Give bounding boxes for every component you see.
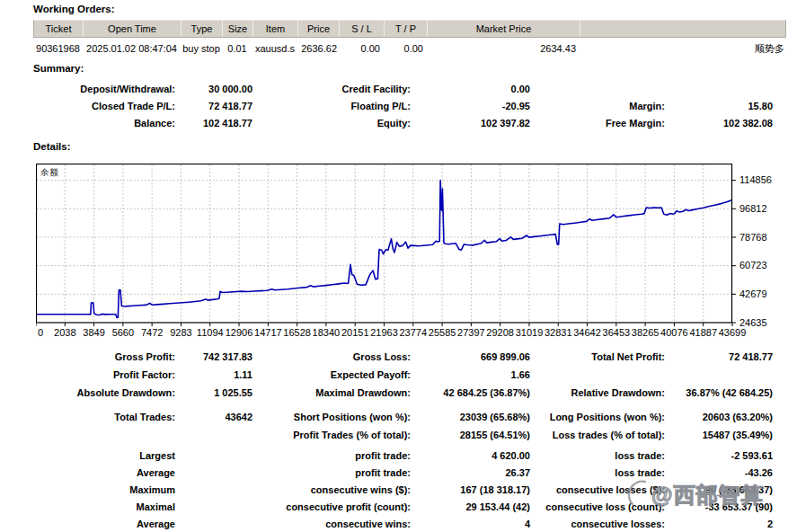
y-tick-label: 60723	[739, 260, 767, 270]
stat-value: 102 418.77	[175, 118, 252, 129]
stat-row: Closed Trade P/L:72 418.77Floating P/L:-…	[0, 97, 775, 114]
stat-value: 0.00	[411, 84, 530, 94]
y-tick-label: 24635	[739, 317, 767, 328]
x-tick-label: 20151	[341, 327, 369, 338]
stat-value: 29 153.44 (42)	[411, 501, 530, 512]
col-header-size: Size	[223, 21, 253, 37]
stat-value: 102 382.08	[665, 118, 773, 129]
x-tick-label: 32831	[545, 327, 572, 338]
x-tick-label: 25585	[429, 327, 456, 338]
stat-row: Averageconsecutive wins:4consecutive los…	[0, 515, 775, 532]
summary-title: Summary:	[33, 63, 84, 74]
x-tick-label: 3849	[83, 327, 104, 338]
y-tick-label: 78768	[739, 232, 767, 243]
stat-row: Balance:102 418.77Equity:102 397.82Free …	[0, 114, 775, 131]
stat-label: Equity:	[252, 118, 411, 129]
stat-row: Absolute Drawdown:1 025.55Maximal Drawdo…	[0, 384, 775, 402]
x-tick-label: 18340	[313, 327, 341, 338]
x-tick-label: 9283	[170, 327, 191, 338]
stat-value: 20603 (63.20%)	[665, 412, 773, 422]
stat-value: 72 418.77	[175, 101, 252, 111]
stat-label: consecutive profit (count):	[252, 501, 411, 512]
stat-label: loss trade:	[530, 450, 665, 461]
stat-value: 167 (18 318.17)	[411, 484, 530, 495]
order-ticket: 90361968	[33, 43, 83, 54]
stat-label: Profit Trades (% of total):	[252, 430, 411, 440]
stat-row: Maximumconsecutive wins ($):167 (18 318.…	[0, 481, 775, 498]
col-header-tp: T / P	[385, 21, 428, 37]
stats-grid: Gross Profit:742 317.83Gross Loss:669 89…	[0, 348, 775, 532]
stat-label: Gross Loss:	[252, 351, 411, 362]
col-header-price: Price	[298, 21, 340, 37]
col-header-item: Item	[253, 21, 298, 37]
stat-row: Profit Trades (% of total):28155 (64.51%…	[0, 426, 775, 444]
chart-series-label: 余额	[40, 167, 58, 179]
col-header-ticket: Ticket	[34, 21, 84, 37]
stat-label: consecutive losses:	[530, 519, 665, 529]
x-tick-label: 14717	[254, 327, 282, 338]
x-tick-label: 23774	[399, 327, 427, 338]
col-header-blank	[580, 21, 785, 37]
order-market-price: 2634.43	[427, 43, 580, 54]
order-open-time: 2025.01.02 08:47:04	[83, 43, 181, 54]
order-type: buy stop	[181, 43, 222, 54]
stat-value: 1.11	[175, 369, 252, 380]
stat-label: Maximum	[0, 484, 175, 495]
y-tick-label: 114856	[739, 174, 772, 185]
stat-value: -33 653.37 (90)	[665, 501, 773, 512]
stat-value: 742 317.83	[175, 351, 252, 362]
stat-value: 15487 (35.49%)	[665, 430, 773, 440]
balance-chart-canvas	[36, 164, 737, 327]
stat-value: 26.37	[411, 467, 530, 478]
stat-label: Maximal	[0, 501, 175, 512]
stat-label: Average	[0, 467, 175, 478]
stat-row: Total Trades:43642Short Positions (won %…	[0, 408, 775, 426]
x-tick-label: 0	[38, 327, 43, 338]
mt4-account-statement: Working Orders: Ticket Open Time Type Si…	[0, 0, 788, 532]
x-tick-label: 31019	[516, 327, 544, 338]
x-tick-label: 5660	[112, 327, 134, 338]
stat-label: Margin:	[530, 101, 665, 111]
stat-label: Total Net Profit:	[530, 351, 665, 362]
stat-label: Gross Profit:	[0, 351, 175, 362]
stat-row: Deposit/Withdrawal:30 000.00Credit Facil…	[0, 80, 775, 97]
stat-value: 2	[665, 519, 773, 529]
details-title: Details:	[33, 141, 71, 152]
order-size: 0.01	[222, 43, 252, 54]
stat-row: Gross Profit:742 317.83Gross Loss:669 89…	[0, 348, 775, 366]
stat-label: loss trade:	[530, 467, 665, 478]
stat-label: Credit Facility:	[252, 84, 411, 94]
order-sl: 0.00	[339, 43, 384, 54]
stat-row: Maximalconsecutive profit (count):29 153…	[0, 498, 775, 515]
x-tick-label: 36453	[603, 327, 631, 338]
stat-value: 4	[411, 519, 530, 529]
x-tick-label: 29208	[486, 327, 514, 338]
stat-value: 669 899.06	[411, 351, 530, 362]
order-item: xauusd.s	[252, 43, 297, 54]
stat-label: Loss trades (% of total):	[530, 430, 665, 440]
stat-label: Total Trades:	[0, 412, 175, 422]
stat-label: Closed Trade P/L:	[0, 101, 175, 111]
y-tick-label: 42679	[739, 288, 767, 299]
x-tick-label: 38265	[632, 327, 660, 338]
stat-label: Largest	[0, 450, 175, 461]
stat-label: Deposit/Withdrawal:	[0, 84, 175, 94]
stat-label: consecutive loss (count):	[530, 501, 665, 512]
stat-label: consecutive wins ($):	[252, 484, 411, 495]
stat-value: 15.80	[665, 101, 773, 111]
x-tick-label: 43699	[719, 327, 747, 338]
stat-value: 90 (-33 653.37)	[665, 484, 773, 495]
x-tick-label: 7472	[141, 327, 163, 338]
stat-value: 72 418.77	[665, 351, 773, 362]
stat-label: Balance:	[0, 118, 175, 129]
x-tick-label: 34642	[573, 327, 601, 338]
stat-value: 43642	[175, 412, 252, 422]
stat-value: 1.66	[411, 369, 530, 380]
stat-row: Profit Factor:1.11Expected Payoff:1.66	[0, 366, 775, 384]
order-comment: 顺势多	[580, 42, 786, 56]
x-tick-label: 41887	[689, 327, 717, 338]
stat-value: 28155 (64.51%)	[411, 430, 530, 440]
stat-value: 1 025.55	[175, 387, 252, 398]
x-tick-label: 21963	[370, 327, 398, 338]
stat-label: Profit Factor:	[0, 369, 175, 380]
